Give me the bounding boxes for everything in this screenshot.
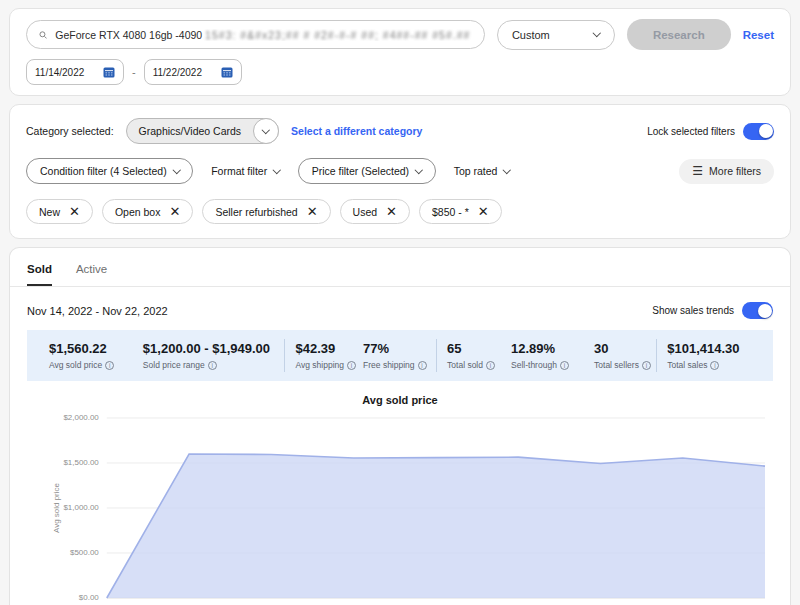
search-row: GeForce RTX 4080 16gb -4090 15#3: #&#x23…: [26, 19, 774, 50]
stat-label: Sell-through: [511, 360, 557, 370]
stats-band: $1,560.22 Avg sold price $1,200.00 - $1,…: [27, 330, 773, 381]
close-icon[interactable]: ✕: [386, 205, 397, 218]
results-panel: Sold Active Nov 14, 2022 - Nov 22, 2022 …: [9, 247, 791, 605]
stat-total-sellers: 30 Total sellers: [584, 339, 656, 372]
chevron-down-icon: [593, 29, 601, 37]
category-chevron-button[interactable]: [253, 118, 279, 144]
select-different-category-link[interactable]: Select a different category: [291, 125, 422, 137]
svg-text:$1,500.00: $1,500.00: [63, 458, 99, 467]
date-to-field[interactable]: 11/22/2022: [144, 59, 242, 85]
close-icon[interactable]: ✕: [307, 205, 318, 218]
stat-value: 12.89%: [511, 341, 578, 356]
stat-free-shipping: 77% Free shipping: [353, 339, 436, 372]
lock-filters-toggle[interactable]: [743, 123, 774, 140]
calendar-icon[interactable]: [221, 66, 233, 78]
date-range-selected-value: Custom: [512, 29, 550, 41]
chevron-down-icon: [503, 166, 511, 174]
top-rated-filter-dropdown[interactable]: Top rated: [450, 158, 514, 184]
chip-label: Seller refurbished: [215, 206, 297, 218]
svg-text:$2,000.00: $2,000.00: [63, 413, 99, 422]
stat-value: $1,200.00 - $1,949.00: [143, 341, 279, 356]
stat-label: Avg sold price: [49, 360, 102, 370]
search-query-obscured: 15#3: #&#x23;## # #2#-#-# ##; #4##-## #5…: [205, 29, 472, 41]
stat-label: Sold price range: [143, 360, 205, 370]
stat-value: $101,414.30: [667, 341, 755, 356]
info-icon[interactable]: [560, 361, 569, 370]
calendar-icon[interactable]: [103, 66, 115, 78]
stat-value: $42.39: [295, 341, 347, 356]
date-from-value: 11/14/2022: [35, 67, 84, 78]
chip-label: $850 - *: [432, 206, 469, 218]
close-icon[interactable]: ✕: [69, 205, 80, 218]
info-icon[interactable]: [105, 361, 114, 370]
research-button[interactable]: Research: [627, 19, 731, 50]
chip-new[interactable]: New ✕: [26, 199, 93, 224]
chevron-down-icon: [273, 166, 281, 174]
svg-text:$1,000.00: $1,000.00: [63, 503, 99, 512]
date-row: 11/14/2022 - 11/22/2022: [26, 59, 774, 85]
stat-sell-through: 12.89% Sell-through: [501, 339, 584, 372]
condition-filter-dropdown[interactable]: Condition filter (4 Selected): [26, 158, 193, 184]
info-icon[interactable]: [208, 361, 217, 370]
chip-price-range[interactable]: $850 - * ✕: [419, 199, 502, 224]
search-icon: [39, 29, 47, 41]
stat-sold-price-range: $1,200.00 - $1,949.00 Sold price range: [133, 339, 285, 372]
stat-label: Total sales: [667, 360, 707, 370]
stat-value: 65: [447, 341, 495, 356]
chip-label: New: [39, 206, 60, 218]
filter-chips-row: New ✕ Open box ✕ Seller refurbished ✕ Us…: [26, 199, 774, 224]
stat-value: $1,560.22: [49, 341, 127, 356]
date-from-field[interactable]: 11/14/2022: [26, 59, 124, 85]
show-sales-trends-label: Show sales trends: [652, 305, 734, 316]
svg-text:Avg sold price: Avg sold price: [52, 482, 61, 533]
chip-seller-refurbished[interactable]: Seller refurbished ✕: [202, 199, 330, 224]
chip-used[interactable]: Used ✕: [340, 199, 410, 224]
svg-text:$0.00: $0.00: [79, 593, 99, 602]
filter-dropdowns-row: Condition filter (4 Selected) Format fil…: [26, 158, 774, 184]
chevron-down-icon: [173, 166, 181, 174]
price-filter-label: Price filter (Selected): [312, 165, 409, 177]
tab-active[interactable]: Active: [76, 263, 107, 286]
tab-sold[interactable]: Sold: [27, 263, 52, 286]
category-dropdown[interactable]: Graphics/Video Cards: [126, 118, 280, 144]
results-tabs: Sold Active: [10, 248, 790, 287]
reset-link[interactable]: Reset: [743, 29, 774, 41]
category-row: Category selected: Graphics/Video Cards …: [26, 118, 774, 144]
date-range-separator: -: [132, 66, 136, 78]
avg-sold-price-chart: $0.00$500.00$1,000.00$1,500.00$2,000.00N…: [29, 408, 771, 605]
stat-avg-sold-price: $1,560.22 Avg sold price: [39, 339, 133, 372]
price-filter-dropdown[interactable]: Price filter (Selected): [298, 158, 436, 184]
filters-panel: Category selected: Graphics/Video Cards …: [9, 104, 791, 239]
info-icon[interactable]: [486, 361, 495, 370]
condition-filter-label: Condition filter (4 Selected): [40, 165, 167, 177]
category-value: Graphics/Video Cards: [127, 125, 254, 137]
info-icon[interactable]: [418, 361, 427, 370]
search-query-text: GeForce RTX 4080 16gb -4090 15#3: #&#x23…: [55, 29, 472, 41]
format-filter-dropdown[interactable]: Format filter: [207, 158, 284, 184]
info-icon[interactable]: [710, 361, 719, 370]
stat-total-sold: 65 Total sold: [436, 339, 501, 372]
chip-open-box[interactable]: Open box ✕: [102, 199, 193, 224]
date-range-row: Nov 14, 2022 - Nov 22, 2022 Show sales t…: [27, 287, 773, 330]
close-icon[interactable]: ✕: [478, 205, 489, 218]
stat-label: Total sold: [447, 360, 483, 370]
chart-container: $0.00$500.00$1,000.00$1,500.00$2,000.00N…: [27, 408, 773, 605]
stat-label: Avg shipping: [295, 360, 344, 370]
info-icon[interactable]: [642, 361, 651, 370]
stat-value: 77%: [363, 341, 430, 356]
chevron-down-icon: [262, 126, 270, 134]
close-icon[interactable]: ✕: [169, 205, 180, 218]
top-rated-filter-label: Top rated: [454, 165, 498, 177]
show-sales-trends-toggle[interactable]: [742, 302, 773, 319]
chip-label: Open box: [115, 206, 161, 218]
filter-lines-icon: ☰: [692, 165, 703, 177]
more-filters-button[interactable]: ☰ More filters: [679, 159, 774, 184]
lock-filters-label: Lock selected filters: [647, 126, 735, 137]
search-input[interactable]: GeForce RTX 4080 16gb -4090 15#3: #&#x23…: [26, 20, 485, 49]
chip-label: Used: [353, 206, 378, 218]
date-range-select[interactable]: Custom: [497, 20, 615, 50]
search-panel: GeForce RTX 4080 16gb -4090 15#3: #&#x23…: [9, 8, 791, 96]
chevron-down-icon: [415, 166, 423, 174]
search-query-visible: GeForce RTX 4080 16gb -4090: [55, 29, 202, 41]
more-filters-label: More filters: [709, 165, 761, 177]
